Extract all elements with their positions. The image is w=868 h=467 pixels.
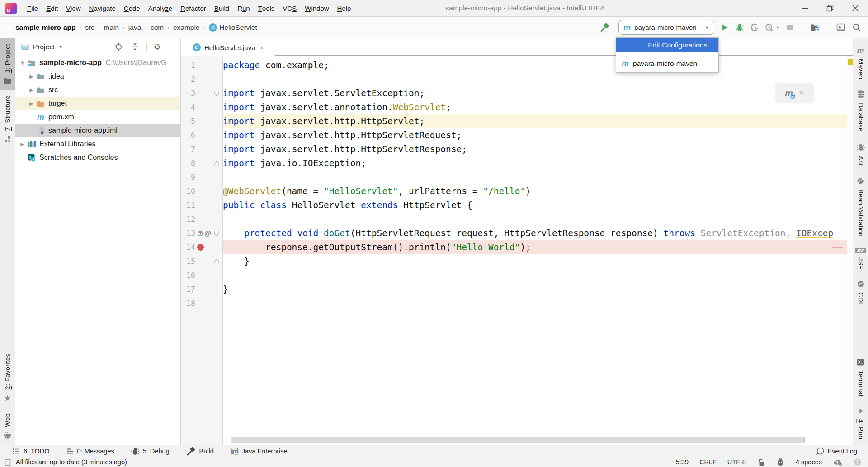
tree-row-idea[interactable]: ▶.idea bbox=[15, 70, 180, 83]
tab-helloservlet[interactable]: C HelloServlet.java × bbox=[187, 38, 269, 56]
error-stripe[interactable] bbox=[847, 56, 853, 445]
tool-strip-tab-project[interactable]: 1: Project bbox=[0, 38, 15, 90]
gutter-line-1[interactable]: 1 bbox=[181, 58, 223, 72]
gutter-line-3[interactable]: 3 bbox=[181, 86, 223, 100]
code-text[interactable] bbox=[223, 212, 847, 226]
event-log-button[interactable]: Event Log bbox=[816, 447, 857, 455]
gutter-line-13[interactable]: 13@ bbox=[181, 226, 223, 240]
menu-vcs[interactable]: VCS bbox=[278, 0, 301, 16]
tab-close-icon[interactable]: × bbox=[260, 44, 264, 51]
menu-window[interactable]: Window bbox=[301, 0, 333, 16]
code-text[interactable] bbox=[223, 72, 847, 86]
expand-arrow-icon[interactable]: ▶ bbox=[27, 101, 36, 107]
breadcrumb-item-helloservlet[interactable]: CHelloServlet bbox=[209, 23, 257, 32]
stop-button[interactable] bbox=[786, 23, 794, 32]
gutter-line-10[interactable]: 10 bbox=[181, 184, 223, 198]
gutter-line-11[interactable]: 11 bbox=[181, 198, 223, 212]
fold-open-icon[interactable] bbox=[213, 90, 220, 97]
gutter-line-16[interactable]: 16 bbox=[181, 268, 223, 282]
tool-strip-tab-cdi[interactable]: CDI bbox=[853, 275, 868, 309]
fold-close-icon[interactable] bbox=[213, 258, 220, 265]
tree-row-pom-xml[interactable]: mpom.xml bbox=[15, 110, 180, 124]
breadcrumb-item-main[interactable]: main bbox=[104, 23, 119, 32]
tool-strip-tab-database[interactable]: Database bbox=[853, 84, 868, 137]
tool-strip-tab-jsf[interactable]: JSFJSF bbox=[853, 242, 868, 275]
tree-row-sample-micro-app-iml[interactable]: sample-micro-app.iml bbox=[15, 124, 180, 137]
margin-toggle-icon[interactable] bbox=[5, 458, 11, 466]
code-text[interactable]: response.getOutputStream().println("Hell… bbox=[223, 240, 847, 254]
breadcrumb-item-example[interactable]: example bbox=[173, 23, 200, 32]
gutter-line-6[interactable]: 6 bbox=[181, 128, 223, 142]
code-text[interactable] bbox=[223, 268, 847, 282]
gutter-line-9[interactable]: 9 bbox=[181, 170, 223, 184]
breadcrumb-item-com[interactable]: com bbox=[151, 23, 164, 32]
tree-row-src[interactable]: ▶src bbox=[15, 83, 180, 97]
gutter-line-5[interactable]: 5 bbox=[181, 114, 223, 128]
code-text[interactable] bbox=[223, 296, 847, 310]
tool-strip-tab-favorites[interactable]: 2: Favorites★ bbox=[0, 348, 15, 407]
status-line-separator[interactable]: CRLF bbox=[699, 458, 717, 466]
tool-strip-tab-structure[interactable]: 7: Structure bbox=[0, 90, 15, 149]
project-structure-button[interactable] bbox=[810, 23, 820, 32]
project-panel-title[interactable]: Project bbox=[33, 43, 55, 51]
profiler-button[interactable]: ▼ bbox=[765, 23, 780, 32]
status-caret-position[interactable]: 5:39 bbox=[676, 458, 689, 466]
warning-mark[interactable] bbox=[848, 59, 853, 65]
breadcrumb-item-java[interactable]: java bbox=[128, 23, 141, 32]
run-config-combo[interactable]: m payara-micro-maven ▼ bbox=[618, 20, 714, 35]
gutter-line-8[interactable]: 8 bbox=[181, 156, 223, 170]
bottom-tab-java-enterprise[interactable]: EEJava Enterprise bbox=[230, 447, 288, 455]
code-text[interactable]: } bbox=[223, 282, 847, 296]
code-text[interactable]: import javax.servlet.annotation.WebServl… bbox=[223, 100, 847, 114]
collapse-arrow-icon[interactable]: ▼ bbox=[18, 60, 27, 65]
settings-gear-button[interactable]: ⚙ bbox=[154, 43, 161, 51]
collapse-all-button[interactable] bbox=[130, 42, 140, 51]
gutter-line-15[interactable]: 15 bbox=[181, 254, 223, 268]
status-indent-style[interactable]: 4 spaces bbox=[796, 458, 822, 466]
code-text[interactable]: import javax.servlet.http.HttpServlet; bbox=[223, 114, 847, 128]
code-text[interactable]: import javax.servlet.ServletException; bbox=[223, 86, 847, 100]
code-text[interactable]: import java.io.IOException; bbox=[223, 156, 847, 170]
breadcrumb-item-src[interactable]: src bbox=[85, 23, 94, 32]
gutter-line-17[interactable]: 17 bbox=[181, 282, 223, 296]
locate-button[interactable] bbox=[114, 42, 123, 51]
menu-refactor[interactable]: Refactor bbox=[176, 0, 210, 16]
status-file-encoding[interactable]: UTF-8 bbox=[727, 458, 746, 466]
debug-button[interactable] bbox=[735, 23, 744, 32]
status-highlighting-level[interactable] bbox=[776, 458, 785, 467]
tool-strip-tab-ant[interactable]: Ant bbox=[853, 137, 868, 172]
menu-build[interactable]: Build bbox=[210, 0, 233, 16]
code-text[interactable] bbox=[223, 170, 847, 184]
tool-strip-tab-terminal[interactable]: Terminal bbox=[853, 353, 868, 402]
close-button[interactable] bbox=[843, 0, 868, 16]
tree-row-external-libraries[interactable]: ▶External Libraries bbox=[15, 137, 180, 151]
bottom-tab-debug[interactable]: 5: Debug bbox=[131, 447, 170, 456]
popup-close-icon[interactable]: × bbox=[799, 89, 804, 98]
code-text[interactable]: import javax.servlet.http.HttpServletRes… bbox=[223, 142, 847, 156]
status-notifications[interactable] bbox=[854, 458, 862, 466]
build-hammer-button[interactable] bbox=[599, 22, 610, 33]
menu-analyze[interactable]: Analyze bbox=[144, 0, 176, 16]
code-text[interactable]: package com.example; bbox=[223, 58, 847, 72]
tool-strip-tab-web[interactable]: Web bbox=[0, 408, 15, 445]
code-text[interactable]: protected void doGet(HttpServletRequest … bbox=[223, 226, 847, 240]
status-write-access[interactable] bbox=[757, 458, 765, 467]
gutter-line-14[interactable]: 14 bbox=[181, 240, 223, 254]
run-button[interactable] bbox=[720, 23, 729, 32]
code-text[interactable]: @WebServlet(name = "HelloServlet", urlPa… bbox=[223, 184, 847, 198]
expand-arrow-icon[interactable]: ▶ bbox=[18, 141, 27, 147]
menu-edit[interactable]: Edit bbox=[42, 0, 62, 16]
breadcrumb-item-sample-micro-app[interactable]: sample-micro-app bbox=[15, 23, 76, 32]
horizontal-scrollbar[interactable] bbox=[231, 437, 805, 443]
code-text[interactable]: } bbox=[223, 254, 847, 268]
search-everywhere-button[interactable] bbox=[852, 23, 862, 33]
code-text[interactable]: import javax.servlet.http.HttpServletReq… bbox=[223, 128, 847, 142]
menu-code[interactable]: Code bbox=[120, 0, 144, 16]
menu-view[interactable]: View bbox=[62, 0, 85, 16]
tree-row-target[interactable]: ▶target bbox=[15, 97, 180, 110]
chevron-down-icon[interactable]: ▼ bbox=[58, 44, 63, 49]
menu-navigate[interactable]: Navigate bbox=[85, 0, 120, 16]
breakpoint-icon[interactable] bbox=[197, 244, 204, 251]
code-editor[interactable]: 1package com.example;23import javax.serv… bbox=[181, 56, 853, 445]
fold-open-icon[interactable] bbox=[213, 230, 220, 237]
